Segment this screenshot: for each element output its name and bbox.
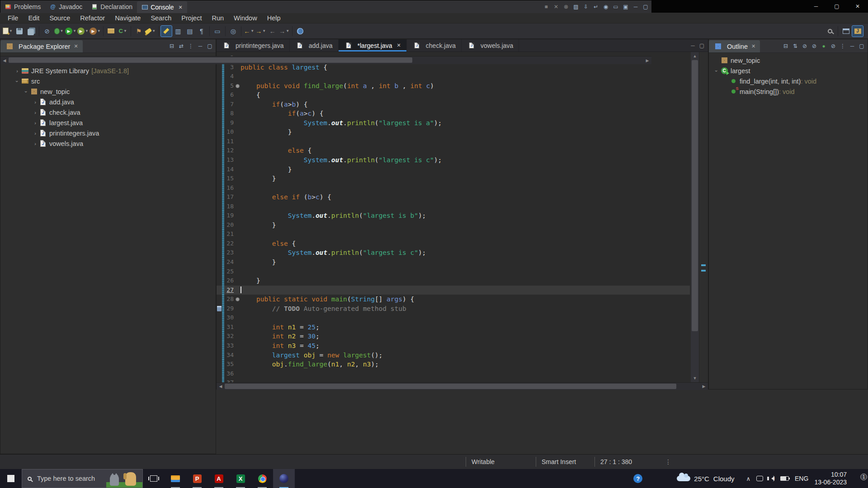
mark-occurrences-icon[interactable] <box>161 26 172 37</box>
package-explorer-item-src[interactable]: ›src <box>0 76 216 86</box>
scroll-right-icon[interactable]: ▶ <box>700 383 708 390</box>
maximize-view-icon[interactable]: ▢ <box>207 43 213 49</box>
view-menu-icon[interactable]: ⋮ <box>840 43 846 49</box>
collapse-all-icon[interactable]: ⊟ <box>783 43 789 49</box>
statusbar-overflow-icon[interactable]: ⋮ <box>665 458 672 465</box>
menu-item-navigate[interactable]: Navigate <box>110 13 146 23</box>
menu-item-refactor[interactable]: Refactor <box>75 13 110 23</box>
editor-horizontal-scrollbar[interactable]: ◀ ▶ <box>217 382 708 390</box>
code-line-5[interactable]: 5 public void find_large(int a , int b ,… <box>217 81 690 91</box>
code-line-16[interactable]: 16 <box>217 183 690 193</box>
start-button[interactable] <box>0 469 22 488</box>
close-icon[interactable]: ✕ <box>397 42 401 48</box>
menu-item-window[interactable]: Window <box>229 13 262 23</box>
scroll-lock-icon[interactable]: ⇩ <box>583 4 589 10</box>
fold-collapse-icon[interactable] <box>236 297 240 301</box>
todo-task-icon[interactable] <box>217 306 222 311</box>
code-line-30[interactable]: 30 <box>217 313 690 323</box>
tree-right-arrow-icon[interactable]: › <box>32 131 38 136</box>
toolbar-search-icon[interactable] <box>825 26 835 37</box>
package-explorer-tab[interactable]: Package Explorer ✕ <box>0 40 83 52</box>
forward-icon[interactable]: →▼ <box>255 26 266 37</box>
save-icon[interactable] <box>14 26 25 37</box>
menu-item-edit[interactable]: Edit <box>23 13 44 23</box>
excel-button[interactable]: X <box>230 469 251 488</box>
open-task-icon[interactable]: ⚑ <box>133 26 144 37</box>
language-indicator[interactable]: ENG <box>795 475 808 482</box>
code-line-12[interactable]: 12 else { <box>217 146 690 155</box>
package-explorer-item-add-java[interactable]: ›Jadd.java <box>0 97 216 107</box>
last-edit-location-icon[interactable]: ← <box>267 26 278 37</box>
code-line-33[interactable]: 33 int n3 = 45; <box>217 341 690 351</box>
code-line-10[interactable]: 10 } <box>217 127 690 137</box>
code-line-37[interactable]: 37 <box>217 378 690 382</box>
java-perspective-icon[interactable]: J <box>852 26 863 37</box>
battery-icon[interactable] <box>780 476 789 481</box>
tree-down-arrow-icon[interactable]: › <box>714 68 719 74</box>
minimize-view-icon[interactable]: ─ <box>632 4 639 10</box>
tree-right-arrow-icon[interactable]: › <box>32 99 38 105</box>
scrollbar-thumb[interactable] <box>225 384 676 389</box>
view-menu-icon[interactable]: ⋮ <box>188 43 194 49</box>
console-view-tab-console[interactable]: Console✕ <box>137 1 187 13</box>
code-line-8[interactable]: 8 if(a>c) { <box>217 109 690 118</box>
save-all-icon[interactable] <box>26 26 37 37</box>
scroll-left-icon[interactable]: ◀ <box>0 56 9 64</box>
console-view-tab-declaration[interactable]: Declaration <box>87 0 137 13</box>
code-line-22[interactable]: 22 else { <box>217 239 690 249</box>
scroll-right-icon[interactable]: ▶ <box>643 56 651 64</box>
remove-launch-icon[interactable]: ✕ <box>553 4 559 10</box>
outline-item-largest[interactable]: ›Clargest <box>709 66 868 76</box>
scroll-down-icon[interactable]: ▼ <box>691 374 699 382</box>
acrobat-button[interactable]: A <box>208 469 230 488</box>
close-icon[interactable]: ✕ <box>179 5 183 10</box>
code-line-24[interactable]: 24 } <box>217 258 690 267</box>
run-icon[interactable]: ▶▼ <box>65 26 76 37</box>
terminate-icon[interactable]: ■ <box>543 4 549 10</box>
volume-icon[interactable] <box>769 476 774 481</box>
code-line-17[interactable]: 17 else if (b>c) { <box>217 192 690 202</box>
link-with-editor-icon[interactable]: ⇄ <box>178 43 184 49</box>
open-browser-icon[interactable] <box>295 26 306 37</box>
open-perspective-icon[interactable] <box>840 26 851 37</box>
tree-right-arrow-icon[interactable]: › <box>32 110 38 115</box>
outline-item-new-topic[interactable]: new_topic <box>709 55 868 66</box>
code-line-11[interactable]: 11 <box>217 137 690 146</box>
help-tray-button[interactable]: ? <box>629 469 647 488</box>
close-icon[interactable]: ✕ <box>74 43 78 49</box>
code-line-36[interactable]: 36 <box>217 369 690 379</box>
editor-tab-check-java[interactable]: Jcheck.java <box>407 39 462 52</box>
pin-console-icon[interactable]: ◉ <box>603 4 609 10</box>
console-view-tab-javadoc[interactable]: @Javadoc <box>45 0 87 13</box>
editor-tab-largest-java[interactable]: J*largest.java✕ <box>339 39 407 52</box>
minimize-editor-icon[interactable]: ─ <box>691 42 695 49</box>
show-annotations-icon[interactable]: ▥ <box>173 26 184 37</box>
outline-item-find-large-int-int-int[interactable]: find_large(int, int, int) : void <box>709 76 868 86</box>
scrollbar-thumb[interactable] <box>692 60 698 331</box>
taskbar-search[interactable]: Type here to search <box>22 469 143 488</box>
hide-fields-icon[interactable]: ⊘ <box>802 43 808 49</box>
show-source-icon[interactable]: ▤ <box>184 26 195 37</box>
collapse-all-icon[interactable]: ⊟ <box>169 43 175 49</box>
code-line-13[interactable]: 13 System.out.println("largest is c"); <box>217 155 690 165</box>
code-line-31[interactable]: 31 int n1 = 25; <box>217 323 690 332</box>
clear-console-icon[interactable]: ▨ <box>573 4 579 10</box>
package-explorer-item-jre-system-library[interactable]: ›JRE System Library[JavaSE-1.8] <box>0 66 216 76</box>
editor-vertical-scrollbar[interactable]: ▲ ▼ <box>691 52 699 382</box>
eclipse-button[interactable] <box>273 469 295 488</box>
occurrence-marker[interactable] <box>701 264 706 266</box>
search-highlight-pets-image[interactable] <box>106 469 142 488</box>
overview-ruler[interactable] <box>699 52 708 382</box>
tree-right-arrow-icon[interactable]: › <box>14 68 20 74</box>
close-button[interactable]: ✕ <box>847 0 868 13</box>
new-class-icon[interactable]: C▼ <box>118 26 128 37</box>
menu-item-run[interactable]: Run <box>207 13 229 23</box>
code-line-14[interactable]: 14 } <box>217 165 690 174</box>
code-line-26[interactable]: 26 } <box>217 276 690 286</box>
code-line-18[interactable]: 18 <box>217 202 690 211</box>
maximize-editor-icon[interactable]: ▢ <box>699 42 704 49</box>
outline-item-main-string[interactable]: main(String[]) : void <box>709 86 868 97</box>
debug-icon[interactable]: ▼ <box>53 26 64 37</box>
powerpoint-button[interactable]: P <box>186 469 208 488</box>
minimize-view-icon[interactable]: ─ <box>849 43 855 49</box>
